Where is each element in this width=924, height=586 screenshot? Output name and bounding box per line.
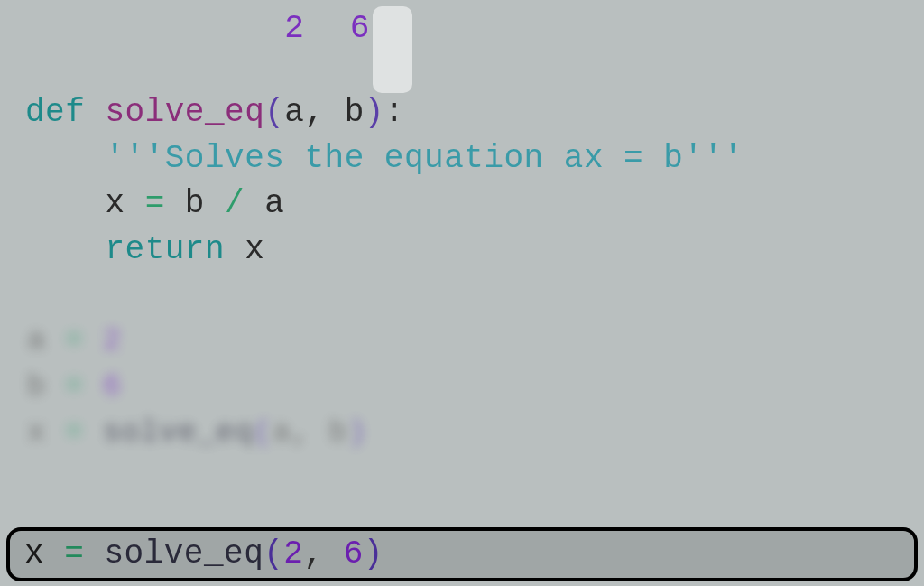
- eval-paren-close: ): [364, 532, 383, 577]
- eval-paren-open: (: [263, 532, 283, 577]
- blurred-line-3: x = solve_eq(a, b): [27, 410, 897, 456]
- comma: ,: [304, 94, 344, 131]
- docstring: '''Solves the equation ax = b''': [25, 140, 744, 177]
- code-line-return: return x: [25, 228, 899, 273]
- indent: [25, 231, 105, 268]
- var-a: a: [264, 185, 284, 222]
- code-line-def: def solve_eq(a, b):: [25, 90, 899, 135]
- var-b: b: [185, 185, 205, 222]
- op-assign: =: [125, 185, 185, 222]
- param-b: b: [345, 94, 365, 131]
- blurred-line-1: a = 2: [27, 318, 897, 364]
- return-var: x: [245, 231, 264, 268]
- annotation-a-value: 2: [284, 10, 304, 47]
- keyword-def: def: [25, 94, 105, 131]
- op-divide: /: [205, 185, 264, 222]
- colon: :: [384, 94, 404, 131]
- eval-arg2: 6: [344, 532, 364, 577]
- eval-arg1: 2: [283, 532, 303, 577]
- eval-fn: solve_eq: [104, 532, 263, 577]
- eval-var-x: x: [24, 532, 44, 577]
- var-x: x: [105, 185, 125, 222]
- blurred-code-section: a = 2 b = 6 x = solve_eq(a, b): [0, 318, 924, 456]
- code-editor: def solve_eq(a, b): '''Solves the equati…: [0, 45, 924, 273]
- annotation-b-value: 6: [345, 10, 375, 47]
- eval-comma: ,: [303, 532, 343, 577]
- evaluation-bar: x = solve_eq(2, 6): [6, 527, 918, 581]
- param-a: a: [284, 94, 304, 131]
- code-line-docstring: '''Solves the equation ax = b''': [25, 136, 899, 181]
- eval-assign: =: [44, 532, 104, 577]
- keyword-return: return: [105, 231, 245, 268]
- function-name: solve_eq: [105, 94, 264, 131]
- paren-close: ): [365, 94, 384, 131]
- code-line-assign: x = b / a: [25, 181, 899, 227]
- blurred-line-2: b = 6: [27, 364, 897, 410]
- indent: [25, 185, 105, 222]
- paren-open: (: [264, 94, 284, 131]
